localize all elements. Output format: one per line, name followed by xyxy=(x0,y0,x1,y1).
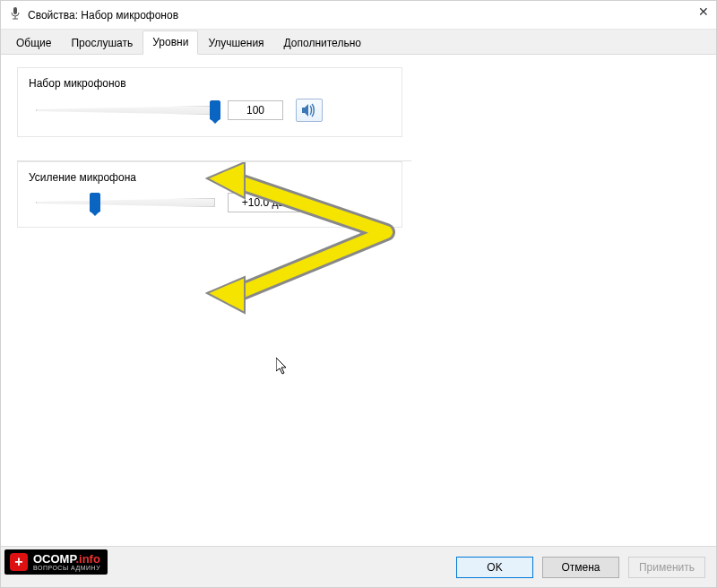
tab-listen[interactable]: Прослушать xyxy=(61,31,143,55)
mic-level-row: 100 xyxy=(29,99,391,122)
titlebar: Свойства: Набор микрофонов ✕ xyxy=(1,1,716,30)
mic-level-slider[interactable] xyxy=(36,100,215,120)
mute-button[interactable] xyxy=(296,99,323,122)
cursor-icon xyxy=(276,358,290,376)
ok-button[interactable]: OK xyxy=(456,557,533,578)
svg-marker-4 xyxy=(207,277,245,313)
properties-dialog: Свойства: Набор микрофонов ✕ Общие Просл… xyxy=(0,0,717,588)
mic-boost-label: Усиление микрофона xyxy=(29,171,391,184)
window-title: Свойства: Набор микрофонов xyxy=(28,9,178,22)
group-microphone-boost: Усиление микрофона +10.0 дБ xyxy=(17,161,402,228)
close-button[interactable]: ✕ xyxy=(696,4,711,19)
apply-button[interactable]: Применить xyxy=(628,557,705,578)
tabstrip: Общие Прослушать Уровни Улучшения Дополн… xyxy=(1,30,716,55)
watermark-subtext: ВОПРОСЫ АДМИНУ xyxy=(33,565,100,571)
mic-level-label: Набор микрофонов xyxy=(29,77,391,90)
dialog-footer: OK Отмена Применить xyxy=(1,546,716,587)
speaker-icon xyxy=(301,103,317,117)
watermark-badge: + OCOMP.info ВОПРОСЫ АДМИНУ xyxy=(4,549,108,575)
tab-general[interactable]: Общие xyxy=(6,31,61,55)
mic-boost-slider[interactable] xyxy=(36,193,215,212)
mic-boost-row: +10.0 дБ xyxy=(29,193,391,212)
mic-level-value[interactable]: 100 xyxy=(228,100,283,120)
tab-levels[interactable]: Уровни xyxy=(143,30,198,55)
microphone-icon xyxy=(10,7,21,22)
plus-icon: + xyxy=(10,553,28,571)
svg-rect-0 xyxy=(13,7,17,14)
tab-advanced[interactable]: Дополнительно xyxy=(274,31,371,55)
group-microphone-level: Набор микрофонов 100 xyxy=(17,67,402,137)
cancel-button[interactable]: Отмена xyxy=(542,557,619,578)
watermark-text: OCOMP.info xyxy=(33,553,100,565)
content-area: Набор микрофонов 100 Усиление микрофона xyxy=(1,55,716,546)
tab-enhancements[interactable]: Улучшения xyxy=(198,31,273,55)
mic-boost-value[interactable]: +10.0 дБ xyxy=(228,193,299,212)
